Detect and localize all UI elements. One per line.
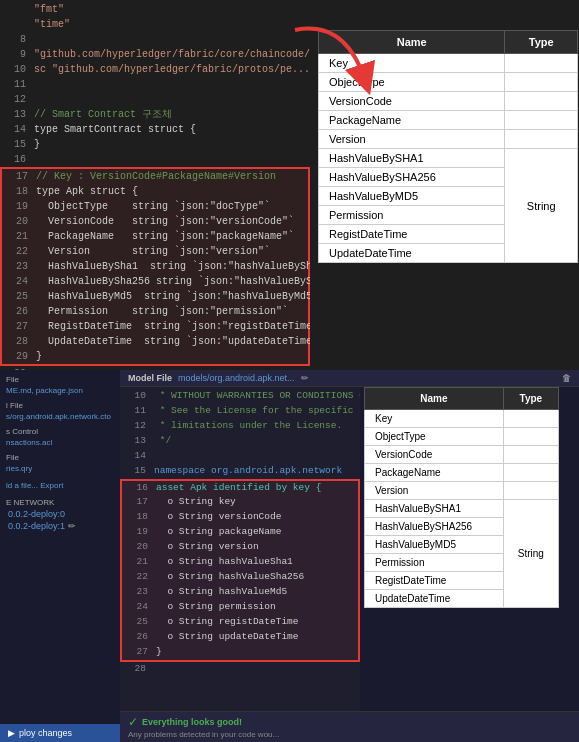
line-content: }	[156, 645, 354, 659]
line-number: 19	[6, 199, 28, 214]
line-number: 15	[4, 137, 26, 152]
table-cell-type	[505, 130, 578, 149]
line-content: // Key : VersionCode#PackageName#Version	[36, 169, 304, 184]
deploy-button[interactable]: ▶ ploy changes	[0, 724, 120, 742]
table-cell-name: HashValueBySHA1	[319, 149, 505, 168]
table-row: PackageName	[365, 464, 559, 482]
line-number: 28	[124, 662, 146, 677]
table-cell-name: Permission	[319, 206, 505, 225]
line-number: 29	[6, 349, 28, 364]
sidebar-controls-label: s Control	[4, 426, 116, 437]
line-number: 16	[126, 481, 148, 495]
line-number	[4, 17, 26, 32]
line-content	[34, 152, 306, 167]
sidebar-version2[interactable]: 0.0.2-deploy:1 ✏	[4, 520, 116, 532]
line-content: o String registDateTime	[156, 615, 354, 630]
status-sub-text: Any problems detected in your code wou..…	[128, 730, 571, 739]
line-number: 13	[124, 434, 146, 449]
table-cell-name: ObjectType	[319, 73, 505, 92]
table-cell-name: HashValueBySHA1	[365, 500, 504, 518]
line-content: HashValueByMd5 string `json:"hashValueBy…	[36, 289, 310, 304]
line-number: 13	[4, 107, 26, 122]
sidebar-file-item1[interactable]: File	[4, 374, 116, 385]
table-cell-name: Version	[319, 130, 505, 149]
line-content: VersionCode string `json:"versionCode"`	[36, 214, 304, 229]
sidebar-add-label[interactable]: ld a file... Export	[4, 480, 116, 491]
table-cell-name: Key	[319, 54, 505, 73]
line-number: 23	[6, 259, 28, 274]
table-row: HashValueBySHA1String	[319, 149, 578, 168]
table-row: Key	[319, 54, 578, 73]
line-content: o String key	[156, 495, 354, 510]
line-content	[154, 449, 356, 464]
table-cell-name: UpdateDateTime	[365, 590, 504, 608]
line-content: o String versionCode	[156, 510, 354, 525]
line-content: }	[36, 349, 304, 364]
line-number: 12	[4, 92, 26, 107]
table-cell-name: HashValueByMD5	[365, 536, 504, 554]
line-number: 17	[126, 495, 148, 510]
table-row: PackageName	[319, 111, 578, 130]
table-panel-top: NameTypeKeyObjectTypeVersionCodePackageN…	[318, 30, 578, 310]
line-number: 20	[6, 214, 28, 229]
table-header: Type	[505, 31, 578, 54]
table-cell-type	[503, 482, 558, 500]
line-content: */	[154, 434, 356, 449]
line-content: type Apk struct {	[36, 184, 304, 199]
table-header: Name	[319, 31, 505, 54]
line-number: 18	[6, 184, 28, 199]
table-row: Version	[319, 130, 578, 149]
line-content: * limitations under the License.	[154, 419, 356, 434]
line-number: 23	[126, 585, 148, 600]
table-cell-type	[503, 410, 558, 428]
line-number: 8	[4, 32, 26, 47]
line-number: 27	[126, 645, 148, 659]
sidebar-file-item3[interactable]: ries.qry	[4, 463, 116, 474]
line-number: 14	[124, 449, 146, 464]
table-cell-name: VersionCode	[365, 446, 504, 464]
deploy-section: ▶ ploy changes	[0, 724, 120, 742]
line-number: 21	[126, 555, 148, 570]
sidebar-version1[interactable]: 0.0.2-deploy:0	[4, 508, 116, 520]
delete-icon[interactable]: 🗑	[562, 373, 571, 383]
table-cell-name: PackageName	[365, 464, 504, 482]
line-number: 26	[6, 304, 28, 319]
table-cell-type	[503, 464, 558, 482]
bottom-code-table: 10 * WITHOUT WARRANTIES OR CONDITIONS OF…	[120, 387, 579, 711]
sidebar-file-link2[interactable]: s/org.android.apk.network.cto	[4, 411, 116, 422]
table-cell-name: VersionCode	[319, 92, 505, 111]
table-cell-type	[505, 111, 578, 130]
line-content	[34, 32, 306, 47]
line-number: 22	[126, 570, 148, 585]
table-row: ObjectType	[319, 73, 578, 92]
table-cell-name: HashValueBySHA256	[319, 168, 505, 187]
line-content: HashValueBySha1 string `json:"hashValueB…	[36, 259, 310, 274]
table-cell-type	[505, 73, 578, 92]
line-content: o String permission	[156, 600, 354, 615]
line-number: 11	[4, 77, 26, 92]
line-content: o String updateDateTime	[156, 630, 354, 645]
line-number: 14	[4, 122, 26, 137]
table-cell-type: String	[503, 500, 558, 608]
sidebar-controls-item[interactable]: nsactions.acl	[4, 437, 116, 448]
status-text: Everything looks good!	[142, 717, 242, 727]
table-cell-name: PackageName	[319, 111, 505, 130]
data-table-top: NameTypeKeyObjectTypeVersionCodePackageN…	[318, 30, 578, 263]
sidebar-network-label: E NETWORK	[4, 497, 116, 508]
table-row: Version	[365, 482, 559, 500]
line-number: 12	[124, 419, 146, 434]
sidebar-file-link1[interactable]: ME.md, package.json	[4, 385, 116, 396]
line-content: ObjectType string `json:"docType"`	[36, 199, 304, 214]
line-number: 28	[6, 334, 28, 349]
line-content: "time"	[34, 17, 306, 32]
line-content: sc "github.com/hyperledger/fabric/protos…	[34, 62, 310, 77]
deploy-icon: ▶	[8, 728, 15, 738]
table-cell-name: Version	[365, 482, 504, 500]
table-cell-name: RegistDateTime	[319, 225, 505, 244]
edit-icon[interactable]: ✏	[301, 373, 309, 383]
table-cell-name: UpdateDateTime	[319, 244, 505, 263]
line-content: o String hashValueSha256	[156, 570, 354, 585]
line-content: "fmt"	[34, 2, 306, 17]
line-number: 21	[6, 229, 28, 244]
line-content: o String packageName	[156, 525, 354, 540]
